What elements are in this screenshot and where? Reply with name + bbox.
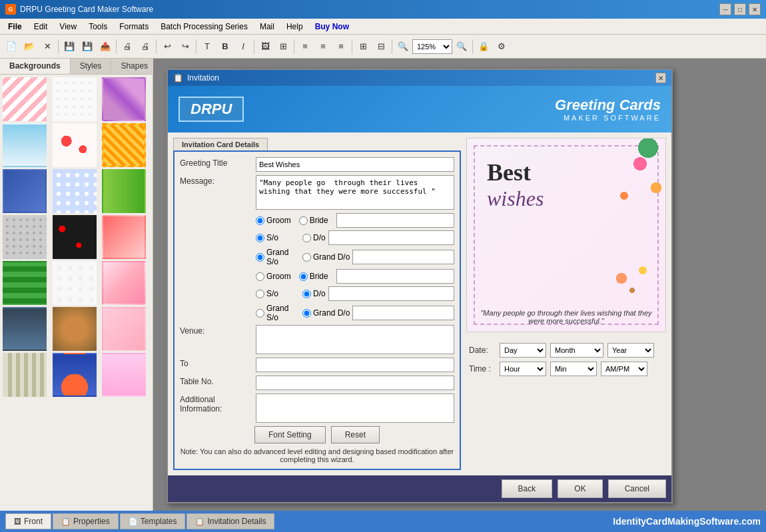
text-button[interactable]: T — [198, 38, 216, 55]
new-button[interactable]: 📄 — [3, 38, 20, 55]
to-input[interactable] — [256, 358, 454, 372]
list-item[interactable] — [102, 123, 146, 167]
menu-buy[interactable]: Buy Now — [310, 21, 354, 33]
bride-radio-2[interactable] — [299, 272, 308, 281]
ampm-select[interactable]: AM/PM — [601, 362, 647, 376]
zoom-select[interactable]: 125% — [412, 39, 452, 54]
back-button[interactable]: Back — [502, 479, 553, 498]
list-item[interactable] — [53, 77, 97, 121]
year-select[interactable]: Year — [607, 343, 654, 358]
list-item[interactable] — [3, 123, 47, 167]
min-select[interactable]: Min — [550, 362, 597, 376]
grid-button[interactable]: ⊞ — [354, 38, 372, 55]
do-radio-label-2[interactable]: D/o — [302, 289, 326, 298]
tab-backgrounds[interactable]: Backgrounds — [0, 59, 71, 74]
menu-tools[interactable]: Tools — [83, 21, 113, 33]
invitation-card-details-tab[interactable]: Invitation Card Details — [173, 138, 268, 150]
greeting-title-input[interactable] — [256, 157, 454, 172]
image-button[interactable]: 🖼 — [256, 38, 274, 55]
do-radio-label[interactable]: D/o — [302, 233, 326, 242]
list-item[interactable] — [53, 123, 97, 167]
list-item[interactable] — [3, 169, 47, 213]
so-radio-label[interactable]: S/o — [256, 233, 278, 242]
cancel-button[interactable]: Cancel — [608, 479, 666, 498]
zoom-out-button[interactable]: 🔍 — [453, 38, 470, 55]
list-item[interactable] — [3, 261, 47, 305]
groom-radio-1[interactable] — [256, 216, 264, 225]
groom-radio-label-2[interactable]: Groom — [256, 272, 291, 281]
menu-batch[interactable]: Batch Processing Series — [155, 21, 253, 33]
menu-view[interactable]: View — [54, 21, 82, 33]
do-radio[interactable] — [302, 234, 311, 242]
print-button[interactable]: 🖨 — [119, 38, 136, 55]
so-do-input-2[interactable] — [328, 286, 454, 301]
grand-do-radio-label[interactable]: Grand D/o — [302, 252, 350, 262]
align-left-button[interactable]: ≡ — [296, 38, 314, 55]
grand-so-do-input[interactable] — [352, 250, 454, 264]
grand-do-radio-2[interactable] — [302, 309, 311, 318]
bride-radio-label-1[interactable]: Bride — [299, 216, 328, 225]
list-item[interactable] — [3, 77, 47, 121]
lock-button[interactable]: 🔒 — [475, 38, 492, 55]
reset-button[interactable]: Reset — [331, 426, 380, 443]
bride-radio-label-2[interactable]: Bride — [299, 272, 328, 281]
maximize-button[interactable]: □ — [734, 3, 746, 15]
grand-do-radio-label-2[interactable]: Grand D/o — [302, 308, 350, 318]
print2-button[interactable]: 🖨 — [137, 38, 154, 55]
close-doc-button[interactable]: ✕ — [39, 38, 56, 55]
grand-so-do-input-2[interactable] — [352, 306, 454, 320]
undo-button[interactable]: ↩ — [159, 38, 176, 55]
month-select[interactable]: Month — [550, 343, 603, 358]
list-item[interactable] — [53, 169, 97, 213]
menu-help[interactable]: Help — [281, 21, 308, 33]
close-button[interactable]: ✕ — [749, 3, 761, 15]
grand-so-radio-label[interactable]: Grand S/o — [256, 248, 300, 266]
so-radio[interactable] — [256, 234, 264, 242]
list-item[interactable] — [53, 353, 97, 397]
align-right-button[interactable]: ≡ — [332, 38, 350, 55]
zoom-in-button[interactable]: 🔍 — [394, 38, 412, 55]
grid2-button[interactable]: ⊟ — [372, 38, 390, 55]
list-item[interactable] — [102, 215, 146, 259]
font-setting-button[interactable]: Font Setting — [254, 426, 326, 443]
settings-button[interactable]: ⚙ — [493, 38, 510, 55]
groom-radio-label-1[interactable]: Groom — [256, 216, 291, 225]
tab-properties[interactable]: 📋 Properties — [53, 513, 119, 529]
tab-styles[interactable]: Styles — [71, 59, 112, 74]
list-item[interactable] — [3, 307, 47, 351]
qr-button[interactable]: ⊞ — [274, 38, 292, 55]
list-item[interactable] — [102, 353, 146, 397]
export-button[interactable]: 📤 — [97, 38, 114, 55]
list-item[interactable] — [53, 307, 97, 351]
do-radio-2[interactable] — [302, 290, 311, 298]
venue-textarea[interactable] — [256, 325, 454, 354]
ok-button[interactable]: OK — [558, 479, 602, 498]
bride-name-input[interactable] — [336, 269, 454, 284]
italic-button[interactable]: I — [234, 38, 252, 55]
dialog-close-button[interactable]: ✕ — [655, 73, 666, 83]
save-as-button[interactable]: 💾 — [79, 38, 96, 55]
grand-do-radio[interactable] — [302, 253, 311, 262]
menu-formats[interactable]: Formats — [114, 21, 154, 33]
redo-button[interactable]: ↪ — [177, 38, 194, 55]
bold-button[interactable]: B — [216, 38, 234, 55]
list-item[interactable] — [102, 261, 146, 305]
list-item[interactable] — [102, 307, 146, 351]
groom-name-input[interactable] — [336, 213, 454, 228]
open-button[interactable]: 📂 — [21, 38, 38, 55]
menu-file[interactable]: File — [3, 21, 27, 33]
table-no-input[interactable] — [256, 376, 454, 390]
day-select[interactable]: Day — [500, 343, 546, 358]
tab-shapes[interactable]: Shapes — [111, 59, 158, 74]
tab-templates[interactable]: 📄 Templates — [120, 513, 186, 529]
save-button[interactable]: 💾 — [61, 38, 78, 55]
list-item[interactable] — [3, 353, 47, 397]
additional-textarea[interactable] — [256, 394, 454, 423]
align-center-button[interactable]: ≡ — [314, 38, 332, 55]
message-textarea[interactable]: "Many people go through their lives wish… — [256, 175, 454, 210]
tab-front[interactable]: 🖼 Front — [5, 513, 51, 529]
list-item[interactable] — [53, 215, 97, 259]
groom-radio-2[interactable] — [256, 272, 264, 281]
menu-mail[interactable]: Mail — [254, 21, 280, 33]
so-radio-label-2[interactable]: S/o — [256, 289, 278, 298]
